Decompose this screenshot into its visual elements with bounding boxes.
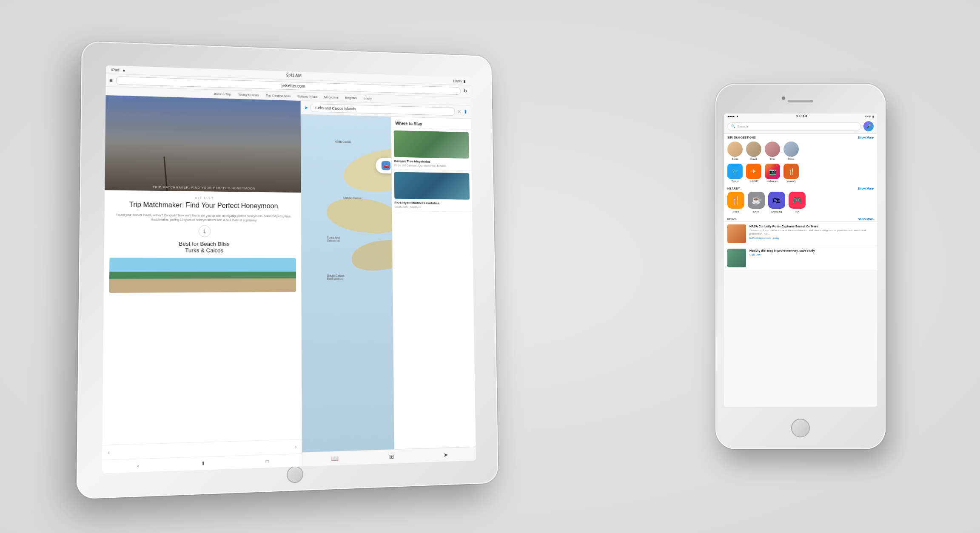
devices-container: iPad ▲ 9:41 AM 100% ▮ ≡ jetsetter.com ↻ …	[43, 33, 937, 500]
hotel-name-1: Banyan Tree Mayakoba	[394, 159, 469, 164]
hotel-location-2: Gaafu Alifu, Maldives	[394, 205, 470, 209]
iphone-battery-area: 100% ▮	[865, 115, 874, 118]
news-label: NEWS	[727, 218, 736, 221]
navigation-icon: ➤	[305, 105, 308, 111]
article-subtitle: Best for Beach BlissTurks & Caicos	[110, 241, 296, 254]
microphone-icon: 🎤	[866, 124, 871, 128]
news-show-more-link[interactable]: Show More	[858, 218, 874, 221]
iphone-signal-bars: ●●●●	[727, 115, 735, 118]
maps-share-icon[interactable]: ⬆	[464, 109, 467, 115]
hotel-item-2[interactable]: Park Hyatt Maldives Hadahaa Gaafu Alifu,…	[392, 170, 472, 212]
map-label-turks: Turks AndCaicos Isl.	[327, 236, 340, 242]
app-icon-instagram[interactable]: 📷 Instagram	[765, 164, 780, 182]
hotel-name-2: Park Hyatt Maldives Hadahaa	[394, 201, 470, 206]
ipad-status-left: iPad ▲	[111, 68, 126, 72]
prev-arrow-icon[interactable]: ‹	[108, 449, 110, 456]
iphone-home-button[interactable]	[791, 419, 810, 437]
news-item-2[interactable]: Healthy diet may improve memory, save st…	[724, 246, 877, 270]
hotel-location-1: Playa del Carmen, Quintana Roo, Mexico	[394, 164, 469, 168]
ipad-wifi-icon: ▲	[122, 68, 126, 72]
fun-icon: 🎮	[789, 192, 806, 209]
news-title-2: Healthy diet may improve memory, save st…	[749, 249, 874, 252]
hit-list-label: HIT LIST	[110, 196, 296, 201]
iphone-search-placeholder: Search	[737, 125, 748, 128]
iphone-status-bar: ●●●● ▲ 9:41 AM 100% ▮	[724, 113, 877, 119]
hotel-item-1[interactable]: Banyan Tree Mayakoba Playa del Carmen, Q…	[391, 128, 472, 171]
iphone-camera	[782, 96, 785, 100]
nearby-label: NEARBY	[727, 187, 740, 190]
maps-book-icon[interactable]: 📖	[331, 455, 339, 462]
instagram-icon: 📷	[765, 164, 780, 179]
back-icon[interactable]: ‹	[137, 463, 139, 468]
news-text-1: NASA Curiosity Rover Captures Sunset On …	[749, 224, 874, 243]
news-item-1[interactable]: NASA Curiosity Rover Captures Sunset On …	[724, 222, 877, 246]
nav-register[interactable]: Register	[345, 96, 357, 100]
news-source-2: CNN.com	[749, 253, 874, 256]
nearby-shopping[interactable]: 🛍 Shopping	[768, 192, 785, 213]
jetsetter-article: HIT LIST Trip Matchmaker: Find Your Perf…	[102, 190, 302, 445]
siri-show-more-link[interactable]: Show More	[858, 136, 874, 139]
refresh-icon[interactable]: ↻	[464, 88, 467, 94]
ipad-screen: iPad ▲ 9:41 AM 100% ▮ ≡ jetsetter.com ↻ …	[102, 65, 476, 473]
maps-search-input[interactable]: Turks and Caicos Islands	[311, 104, 455, 116]
nav-todays-deals[interactable]: Today's Deals	[238, 93, 259, 97]
contact-item-steve[interactable]: Steve	[783, 142, 799, 160]
app-icon-kayak[interactable]: ✈ KAYAK	[746, 164, 761, 182]
maps-view[interactable]: North Caicos Middle Caicos Turks AndCaic…	[301, 114, 394, 452]
contact-item-david[interactable]: David	[746, 142, 761, 160]
ipad-device-label: iPad	[111, 68, 120, 72]
avatar-steve	[783, 142, 799, 157]
where-to-stay-panel: Where to Stay Banyan Tree Mayakoba Playa…	[391, 117, 476, 449]
jetsetter-pane: TRIP MATCHMAKER: FIND YOUR PERFECT HONEY…	[102, 95, 302, 473]
nearby-header: NEARBY Show More	[724, 185, 877, 191]
hamburger-icon[interactable]: ≡	[109, 77, 112, 83]
maps-layers-icon[interactable]: ⊞	[389, 453, 394, 460]
ipad-home-button[interactable]	[287, 466, 303, 483]
nearby-food[interactable]: 🍴 Food	[727, 192, 744, 213]
yummly-icon: 🍴	[783, 164, 799, 179]
hero-beach-background	[105, 95, 301, 193]
article-number: 1	[198, 225, 211, 237]
maps-location-icon[interactable]: ➤	[443, 451, 448, 458]
maps-clear-icon[interactable]: ✕	[457, 109, 461, 115]
nav-book-trip[interactable]: Book a Trip	[214, 92, 231, 96]
nearby-drink[interactable]: ☕ Drink	[748, 192, 765, 213]
bookmarks-icon[interactable]: □	[266, 459, 269, 464]
contact-name-erin: Erin	[770, 158, 775, 160]
nav-login[interactable]: Login	[364, 96, 372, 100]
news-text-2: Healthy diet may improve memory, save st…	[749, 249, 874, 267]
hotel-image-1	[394, 130, 469, 159]
nearby-fun[interactable]: 🎮 Fun	[789, 192, 806, 213]
app-icon-yummly[interactable]: 🍴 Yummly	[783, 164, 799, 182]
news-source-1: huffingtonpost.com · today	[749, 237, 874, 239]
ipad-status-right: 100% ▮	[453, 79, 466, 83]
nav-top-destinations[interactable]: Top Destinations	[266, 94, 291, 98]
drink-icon: ☕	[748, 192, 765, 209]
contact-item-beam[interactable]: Beam	[727, 142, 743, 160]
siri-apps-row: 🐦 Twitter ✈ KAYAK 📷 Instagram 🍴 Yummly	[724, 163, 877, 185]
iphone-signal: ●●●● ▲	[727, 115, 739, 118]
map-label-middle-caicos: Middle Caicos	[343, 196, 362, 199]
iphone-search-bar[interactable]: 🔍 Search	[727, 122, 861, 130]
app-icon-twitter[interactable]: 🐦 Twitter	[727, 164, 743, 182]
ipad-battery-icon: ▮	[464, 79, 466, 83]
nav-magazine[interactable]: Magazine	[324, 95, 339, 99]
news-thumbnail-2	[727, 249, 746, 267]
twitter-label: Twitter	[731, 180, 739, 182]
siri-mic-button[interactable]: 🎤	[863, 121, 874, 131]
shopping-icon: 🛍	[768, 192, 785, 209]
next-arrow-icon[interactable]: ›	[295, 443, 297, 451]
siri-suggestions-header: SIRI SUGGESTIONS Show More	[724, 134, 877, 140]
nearby-show-more-link[interactable]: Show More	[858, 187, 874, 190]
contact-item-erin[interactable]: Erin	[765, 142, 780, 160]
nav-editors-picks[interactable]: Editors' Picks	[297, 94, 317, 99]
kayak-icon: ✈	[746, 164, 761, 179]
siri-contacts-row: Beam David Erin Steve	[724, 140, 877, 163]
maps-content-area: North Caicos Middle Caicos Turks AndCaic…	[301, 114, 476, 452]
ipad-device: iPad ▲ 9:41 AM 100% ▮ ≡ jetsetter.com ↻ …	[76, 41, 498, 499]
ipad-time: 9:41 AM	[286, 73, 302, 78]
shopping-label: Shopping	[771, 210, 782, 213]
share-icon[interactable]: ⬆	[201, 460, 205, 466]
siri-suggestions-label: SIRI SUGGESTIONS	[727, 136, 756, 139]
news-body-1: Sunsets on Earth can be some of the most…	[749, 229, 874, 236]
